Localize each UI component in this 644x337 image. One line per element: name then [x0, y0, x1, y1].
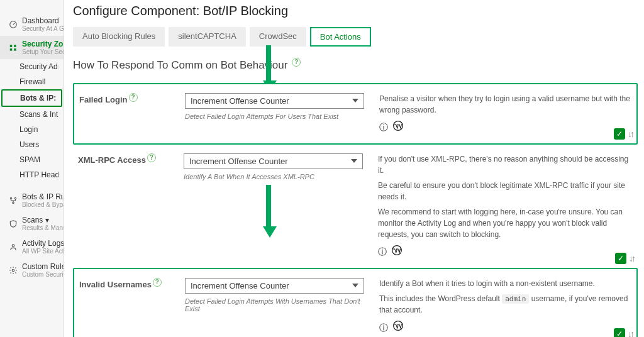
option-row: Failed Login?Increment Offense CounterDe…	[73, 83, 638, 145]
sidebar-item-security-admin[interactable]: Security Adı	[0, 59, 64, 74]
tab-silentcaptcha[interactable]: silentCAPTCHA	[169, 27, 245, 47]
option-select[interactable]: Increment Offense Counter	[185, 93, 364, 109]
sidebar-item-label: Scans ▾	[22, 216, 64, 224]
check-icon[interactable]: ✓	[615, 253, 626, 264]
sidebar: Dashboard Security At A Glan Security Zo…	[0, 0, 64, 337]
svg-rect-2	[14, 45, 16, 47]
sidebar-item-sub: Blocked & Bypass	[22, 201, 64, 208]
sort-icon[interactable]: ↓↑	[629, 253, 634, 263]
sidebar-item-scans-intel[interactable]: Scans & Int	[0, 107, 64, 122]
svg-point-5	[10, 197, 11, 199]
sidebar-item-label: Dashboard	[22, 16, 64, 25]
option-label: Failed Login	[79, 95, 128, 104]
sidebar-item-label: Security Adı	[19, 62, 58, 71]
svg-point-7	[13, 202, 14, 203]
section-heading: How To Respond To Comm on Bot Behaviour …	[73, 58, 301, 72]
sort-icon[interactable]: ↓↑	[628, 129, 633, 139]
svg-rect-1	[10, 45, 13, 47]
help-icon[interactable]: ?	[153, 278, 162, 287]
check-icon[interactable]: ✓	[614, 128, 625, 140]
sidebar-item-label: Users	[19, 140, 58, 149]
sidebar-item-sub: Security At A Glan	[22, 25, 64, 32]
tab-bot-actions[interactable]: Bot Actions	[310, 27, 371, 47]
help-icon[interactable]: ?	[292, 58, 301, 67]
person-icon	[8, 243, 18, 251]
option-corner-controls: ✓↓↑	[614, 128, 633, 140]
option-select[interactable]: Increment Offense Counter	[184, 153, 363, 169]
wordpress-icon[interactable]	[392, 245, 402, 259]
page-title: Configure Component: Bot/IP Blocking	[73, 4, 638, 18]
wordpress-icon[interactable]	[393, 121, 403, 135]
code-chip: admin	[502, 294, 529, 304]
sidebar-item-label: Bots & IP:	[20, 94, 56, 102]
help-icon[interactable]: ?	[129, 93, 138, 102]
svg-point-6	[14, 197, 16, 199]
sidebar-item-sub: Custom Security R	[22, 271, 64, 278]
sidebar-item-sub: Results & Manua	[22, 224, 64, 231]
main-content: Configure Component: Bot/IP Blocking Aut…	[64, 0, 644, 337]
option-caption: Detect Failed Login Attempts For Users T…	[185, 113, 364, 120]
tab-auto-blocking[interactable]: Auto Blocking Rules	[73, 27, 165, 47]
wordpress-icon[interactable]	[393, 321, 403, 334]
sidebar-item-security-zones[interactable]: Security Zo Setup Your Securi	[0, 36, 64, 59]
shield-icon	[8, 219, 18, 228]
sidebar-item-dashboard[interactable]: Dashboard Security At A Glan	[0, 13, 64, 36]
sidebar-item-label: Firewall	[19, 77, 58, 86]
option-row: XML-RPC Access?Increment Offense Counter…	[73, 145, 638, 268]
option-description: Identify a Bot when it tries to login wi…	[379, 278, 630, 335]
sidebar-item-label: Scans & Int	[19, 110, 58, 119]
info-icon[interactable]: ⓘ	[378, 245, 387, 258]
sidebar-item-label: Custom Rule	[22, 262, 64, 271]
option-corner-controls: ✓↓↑	[614, 328, 633, 337]
help-icon[interactable]: ?	[147, 153, 156, 162]
sidebar-item-firewall[interactable]: Firewall	[0, 74, 64, 89]
sliders-icon	[8, 43, 18, 52]
option-caption: Identify A Bot When It Accesses XML-RPC	[184, 173, 363, 180]
sidebar-item-label: SPAM	[19, 155, 58, 164]
check-icon[interactable]: ✓	[614, 328, 625, 337]
info-icon[interactable]: ⓘ	[379, 121, 388, 134]
svg-rect-3	[10, 48, 13, 51]
gauge-icon	[8, 20, 18, 29]
sidebar-item-scans[interactable]: Scans ▾ Results & Manua	[0, 212, 64, 235]
option-description: Penalise a visitor when they try to logi…	[379, 93, 630, 135]
sidebar-item-label: Bots & IP Ru	[22, 192, 64, 201]
info-icon[interactable]: ⓘ	[379, 321, 388, 334]
svg-rect-4	[14, 48, 16, 51]
sidebar-item-label: Security Zo	[22, 40, 64, 48]
gear-icon	[8, 266, 18, 275]
sidebar-item-activity-logs[interactable]: Activity Logs All WP Site Activity	[0, 235, 64, 258]
option-label: XML-RPC Access	[78, 155, 146, 165]
sidebar-item-custom-rules[interactable]: Custom Rule Custom Security R	[0, 258, 64, 282]
sidebar-item-label: HTTP Heade	[19, 170, 58, 179]
option-caption: Detect Failed Login Attempts With Userna…	[185, 297, 364, 312]
svg-point-8	[12, 244, 14, 246]
sort-icon[interactable]: ↓↑	[628, 329, 633, 337]
sidebar-item-spam[interactable]: SPAM	[0, 152, 64, 167]
sidebar-item-users[interactable]: Users	[0, 137, 64, 152]
option-select[interactable]: Increment Offense Counter	[185, 278, 364, 294]
option-description: If you don't use XML-RPC, there's no rea…	[378, 153, 631, 259]
sidebar-item-sub: Setup Your Securi	[22, 48, 64, 55]
option-row: Invalid Usernames?Increment Offense Coun…	[73, 268, 638, 337]
sidebar-item-sub: All WP Site Activity	[22, 248, 64, 255]
tab-crowdsec[interactable]: CrowdSec	[250, 27, 306, 47]
option-corner-controls: ✓↓↑	[615, 253, 634, 264]
sidebar-item-label: Activity Logs	[22, 239, 64, 248]
sidebar-item-http-headers[interactable]: HTTP Heade	[0, 167, 64, 182]
tabs: Auto Blocking Rules silentCAPTCHA CrowdS…	[73, 27, 638, 47]
network-icon	[8, 196, 18, 205]
sidebar-item-label: Login	[19, 125, 58, 134]
sidebar-item-bots-ip-rules[interactable]: Bots & IP Ru Blocked & Bypass	[0, 189, 64, 212]
sidebar-item-login[interactable]: Login	[0, 122, 64, 137]
sidebar-item-bots-ips[interactable]: Bots & IP:	[1, 89, 62, 107]
svg-point-9	[12, 269, 14, 272]
option-label: Invalid Usernames	[79, 280, 152, 289]
